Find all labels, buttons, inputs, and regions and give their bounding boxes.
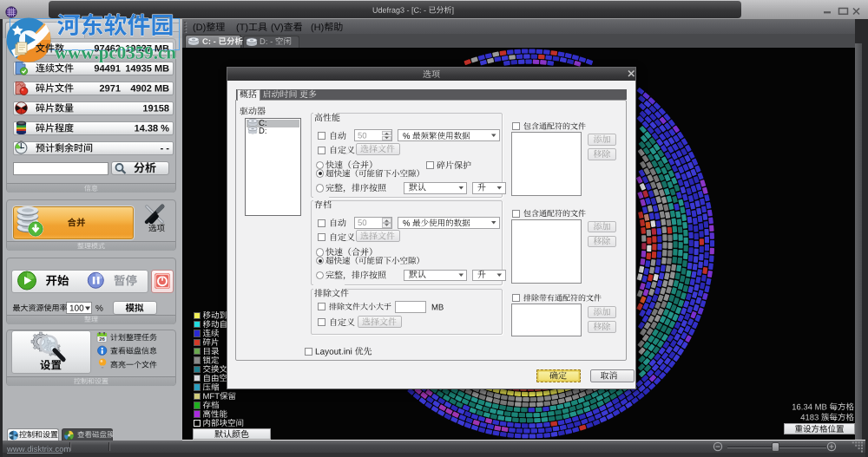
svg-text:26: 26 [99,336,105,342]
